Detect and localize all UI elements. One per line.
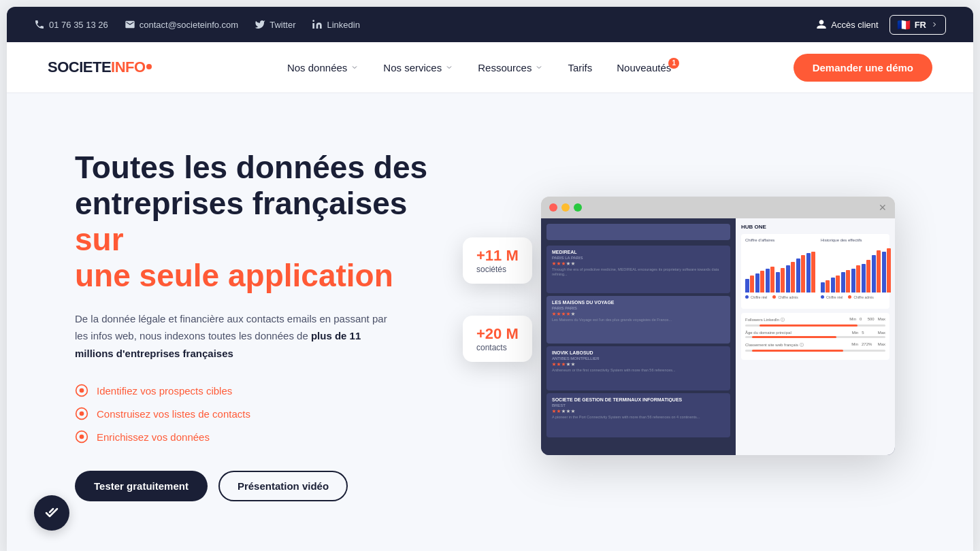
company-desc: Through the era of predictive medicine, … <box>552 267 725 278</box>
company-rating <box>552 410 725 414</box>
lang-label: FR <box>915 20 926 30</box>
company-desc: Antheneum or the first connectivity Syst… <box>552 368 725 373</box>
nav-item-nos-services[interactable]: Nos services <box>374 56 463 79</box>
filter-name: Classement site web français ⓘ <box>745 342 804 348</box>
page-wrapper: 01 76 35 13 26 contact@societeinfo.com T… <box>7 7 973 551</box>
filter-domain-age: Âge du domaine principal Min 5 Max <box>745 331 885 338</box>
feature-item-2: Construisez vos listes de contacts <box>75 407 442 420</box>
revenue-bars <box>745 245 815 293</box>
nav-item-nos-donnees[interactable]: Nos données <box>278 56 368 79</box>
legend-label: Chiffre admis <box>778 295 798 299</box>
demo-button[interactable]: Demander une démo <box>794 54 932 82</box>
slider-track <box>745 350 885 352</box>
top-bar-left: 01 76 35 13 26 contact@societeinfo.com T… <box>34 19 797 30</box>
email-link[interactable]: contact@societeinfo.com <box>125 19 238 30</box>
hero-left: Toutes les données des entreprises franç… <box>75 150 442 501</box>
hero-section: Toutes les données des entreprises franç… <box>7 93 973 551</box>
language-selector[interactable]: 🇫🇷 FR <box>889 15 946 35</box>
feature-item-1: Identifiez vos prospects cibles <box>75 384 442 397</box>
chevron-down-icon <box>350 63 359 71</box>
slider-track <box>745 324 885 327</box>
feature-item-3: Enrichissez vos données <box>75 430 442 444</box>
email-icon <box>125 19 135 30</box>
filter-values: Min 0 500 Max <box>849 317 885 323</box>
company-location: BREST <box>552 403 725 407</box>
email-text: contact@societeinfo.com <box>140 20 238 30</box>
linkedin-link[interactable]: Linkedin <box>312 19 359 30</box>
slider-fill <box>752 336 836 338</box>
twitter-icon <box>255 19 265 30</box>
stat-number-contacts: +20 M <box>476 325 519 343</box>
chat-widget[interactable] <box>34 495 69 531</box>
chart-title-effectifs: Historique des effectifs <box>821 238 891 242</box>
twitter-text: Twitter <box>270 20 295 30</box>
stat-bubble-societies: +11 M sociétés <box>463 237 532 284</box>
video-presentation-button[interactable]: Présentation vidéo <box>218 471 348 501</box>
company-detail-panel: HUB ONE Chiffre d'affaires <box>736 218 895 455</box>
svg-point-3 <box>80 412 84 416</box>
legend-label: Chiffre admis <box>853 295 873 299</box>
filter-web-ranking: Classement site web français ⓘ Min 272% … <box>745 342 885 352</box>
phone-link[interactable]: 01 76 35 13 26 <box>34 19 108 30</box>
stat-label-contacts: contacts <box>476 343 519 352</box>
company-location: PARIS LA PARIS <box>552 256 725 260</box>
access-client-text: Accès client <box>831 20 878 30</box>
close-dot <box>549 203 557 212</box>
svg-point-1 <box>80 388 84 393</box>
nouveautes-badge: 1 <box>668 58 679 69</box>
company-list-panel: MEDIREAL PARIS LA PARIS Through the era … <box>541 218 736 455</box>
company-name: LES MAISONS DU VOYAGE <box>552 300 725 305</box>
mockup-titlebar: ✕ <box>541 197 895 218</box>
company-item-maisons-voyage: LES MAISONS DU VOYAGE PARIS PARIS Les Ma… <box>546 296 730 344</box>
nav-item-ressources[interactable]: Ressources <box>468 56 553 79</box>
effectifs-bars <box>821 245 891 293</box>
nav-item-tarifs[interactable]: Tarifs <box>558 56 602 79</box>
hero-right: +11 M sociétés +20 M contacts ✕ <box>483 197 919 455</box>
minimize-dot <box>561 203 570 212</box>
mockup-company-list: MEDIREAL PARIS LA PARIS Through the era … <box>546 246 730 437</box>
filter-label: Classement site web français ⓘ Min 272% … <box>745 342 885 348</box>
filter-values: Min 5 Max <box>852 331 885 335</box>
company-item-sgte: SOCIETE DE GESTION DE TERMINAUX INFORMAT… <box>546 393 730 437</box>
circle-dot-icon <box>75 407 88 420</box>
detail-company-name: HUB ONE <box>741 224 889 230</box>
flag-emoji: 🇫🇷 <box>897 18 911 31</box>
stat-label-societies: sociétés <box>476 265 519 274</box>
navbar: SOCIETEINFO Nos données Nos services Res… <box>7 42 973 93</box>
top-bar-right: Accès client 🇫🇷 FR <box>816 15 946 35</box>
company-rating <box>552 262 725 266</box>
revenue-chart: Chiffre d'affaires <box>741 234 889 309</box>
hero-description: De la donnée légale et financière aux co… <box>75 310 402 363</box>
phone-icon <box>34 19 45 30</box>
slider-fill <box>752 350 843 352</box>
legend-label: Chiffre réel <box>826 295 843 299</box>
hero-title: Toutes les données des entreprises franç… <box>75 150 442 294</box>
filter-name: Âge du domaine principal <box>745 331 791 335</box>
slider-fill <box>760 324 858 327</box>
phone-text: 01 76 35 13 26 <box>49 20 108 30</box>
mockup-body: MEDIREAL PARIS LA PARIS Through the era … <box>541 218 895 455</box>
mockup-search-bar <box>546 224 730 240</box>
expand-dot <box>574 203 582 212</box>
stat-number-societies: +11 M <box>476 247 519 265</box>
logo[interactable]: SOCIETEINFO <box>48 59 152 76</box>
dashboard-mockup: ✕ MEDIREAL PARIS LA PARIS <box>541 197 895 455</box>
chart-title-revenue: Chiffre d'affaires <box>745 238 815 242</box>
company-item-inovik: INOVIK LABOSUD ANTIBES MONTPELLIER Anthe… <box>546 346 730 390</box>
company-rating <box>552 312 725 316</box>
filter-name: Followers LinkedIn ⓘ <box>745 317 785 323</box>
nav-item-nouveautes[interactable]: Nouveautés 1 <box>607 56 681 79</box>
chevron-down-icon <box>445 63 453 71</box>
user-icon <box>816 19 827 30</box>
logo-dot <box>146 64 152 69</box>
filter-linkedin: Followers LinkedIn ⓘ Min 0 500 Max <box>745 317 885 327</box>
filter-label: Âge du domaine principal Min 5 Max <box>745 331 885 335</box>
access-client-link[interactable]: Accès client <box>816 19 878 30</box>
chevron-right-icon <box>930 20 938 29</box>
legend-label: Chiffre réel <box>751 295 767 299</box>
svg-point-5 <box>80 435 84 439</box>
hero-buttons: Tester gratuitement Présentation vidéo <box>75 471 442 501</box>
try-free-button[interactable]: Tester gratuitement <box>75 471 208 501</box>
twitter-link[interactable]: Twitter <box>255 19 295 30</box>
company-name: MEDIREAL <box>552 250 725 254</box>
